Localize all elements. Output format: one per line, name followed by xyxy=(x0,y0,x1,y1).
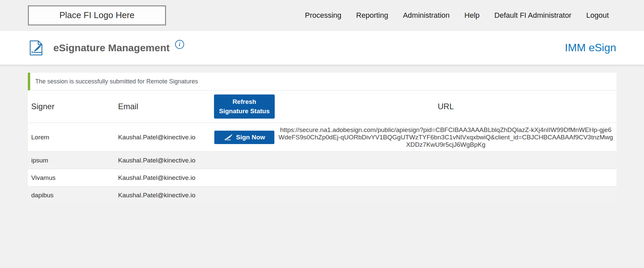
signer-email: Kaushal.Patel@kinective.io xyxy=(115,192,214,199)
table-row: Vivamus Kaushal.Patel@kinective.io xyxy=(28,169,616,186)
top-header: Place FI Logo Here Processing Reporting … xyxy=(0,0,644,31)
esignature-document-icon: x xyxy=(29,40,44,56)
svg-text:x: x xyxy=(31,50,33,54)
signer-name: ipsum xyxy=(28,157,115,164)
nav-administration[interactable]: Administration xyxy=(403,11,449,20)
column-header-url: URL xyxy=(275,102,616,111)
column-header-email: Email xyxy=(115,102,214,111)
info-icon[interactable]: i xyxy=(175,40,184,49)
signer-name: Lorem xyxy=(28,134,115,141)
fi-logo-text: Place FI Logo Here xyxy=(59,10,135,20)
page-content: The session is successfully submitted fo… xyxy=(0,65,644,204)
signing-url: https://secure.na1.adobesign.com/public/… xyxy=(275,123,616,151)
sign-now-label: Sign Now xyxy=(236,134,265,141)
table-row: ipsum Kaushal.Patel@kinective.io xyxy=(28,151,616,169)
signer-email: Kaushal.Patel@kinective.io xyxy=(115,174,214,182)
title-bar: x eSignature Management i IMM eSign xyxy=(0,31,644,65)
sign-now-button[interactable]: Sign Now xyxy=(214,131,274,144)
brand-imm-esign: IMM eSign xyxy=(565,42,616,54)
nav-processing[interactable]: Processing xyxy=(305,11,341,20)
table-row: dapibus Kaushal.Patel@kinective.io xyxy=(28,186,616,204)
signer-email: Kaushal.Patel@kinective.io xyxy=(115,157,214,164)
nav-default-fi-administrator[interactable]: Default FI Administrator xyxy=(494,11,572,20)
signers-card: The session is successfully submitted fo… xyxy=(28,73,616,204)
table-header-row: Signer Email Refresh Signature Status UR… xyxy=(28,90,616,123)
page-title: eSignature Management xyxy=(53,42,170,54)
table-row: Lorem Kaushal.Patel@kinective.io Sign No… xyxy=(28,123,616,151)
fi-logo-placeholder: Place FI Logo Here xyxy=(28,5,166,25)
success-alert: The session is successfully submitted fo… xyxy=(28,73,616,90)
nav-logout[interactable]: Logout xyxy=(586,11,609,20)
quill-icon xyxy=(224,134,233,141)
signer-name: Vivamus xyxy=(28,174,115,182)
signer-name: dapibus xyxy=(28,192,115,199)
nav-reporting[interactable]: Reporting xyxy=(356,11,388,20)
success-alert-text: The session is successfully submitted fo… xyxy=(35,78,198,85)
column-header-signer: Signer xyxy=(28,102,115,111)
signer-email: Kaushal.Patel@kinective.io xyxy=(115,134,214,141)
refresh-button-line1: Refresh xyxy=(232,97,256,107)
refresh-signature-status-button[interactable]: Refresh Signature Status xyxy=(214,94,275,119)
nav-help[interactable]: Help xyxy=(465,11,480,20)
refresh-button-line2: Signature Status xyxy=(219,107,270,116)
main-nav: Processing Reporting Administration Help… xyxy=(305,11,609,20)
